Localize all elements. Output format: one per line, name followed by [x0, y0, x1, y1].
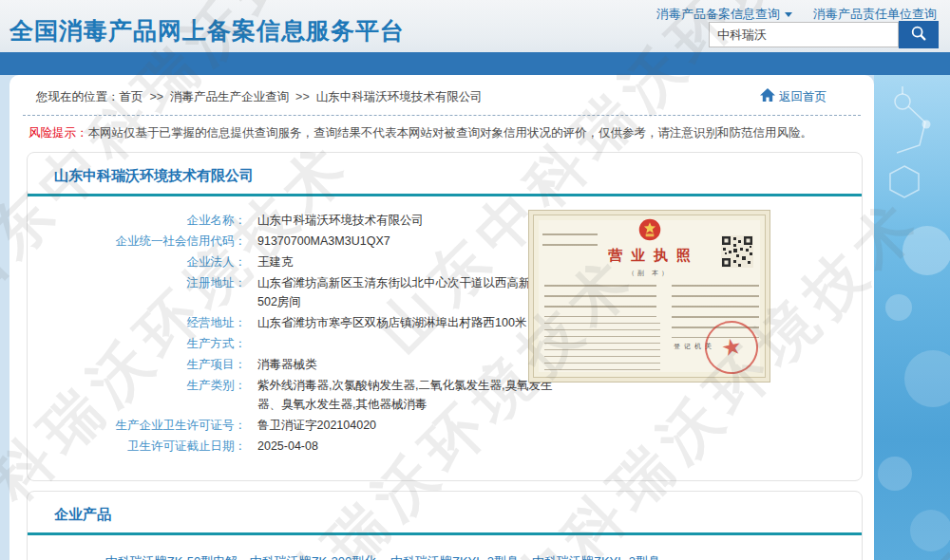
breadcrumb-link-enterprise-query[interactable]: 消毒产品生产企业查询 [170, 89, 289, 105]
site-title: 全国消毒产品网上备案信息服务平台 [10, 15, 405, 47]
field-value: 91370700MA3M3U1QX7 [257, 232, 390, 251]
search-input[interactable] [709, 22, 899, 47]
search-icon [910, 25, 927, 45]
field-label: 生产企业卫生许可证号： [28, 416, 246, 435]
company-title: 山东中科瑞沃环境技术有限公司 [28, 153, 862, 194]
risk-notice-label: 风险提示： [28, 126, 88, 140]
field-row: 生产企业卫生许可证号： 鲁卫消证字202104020 [28, 416, 862, 435]
header: 全国消毒产品网上备案信息服务平台 消毒产品备案信息查询 消毒产品责任单位查询 [0, 0, 950, 52]
products-card: 企业产品 中科瑞沃牌ZK-50型电解法次氯酸钠发生器 中科瑞沃牌ZK-200型化… [27, 491, 863, 560]
field-label: 经营地址： [28, 313, 246, 332]
business-license-image: 营业执照 （副 本） [528, 210, 770, 383]
qr-code-icon [721, 235, 753, 271]
field-label: 企业法人： [28, 252, 246, 271]
breadcrumb-separator: >> [295, 90, 310, 103]
field-label: 生产类别： [28, 376, 246, 414]
license-text-lines [544, 285, 656, 317]
product-link[interactable]: 中科瑞沃牌ZK-200型化学法二氧化氯发生器 [245, 552, 381, 560]
molecule-decoration-icon [874, 547, 950, 560]
field-value: 鲁卫消证字202104020 [257, 416, 376, 435]
field-value: 紫外线消毒器,次氯酸钠发生器,二氧化氯发生器,臭氧发生器、臭氧水发生器,其他器械… [257, 376, 563, 414]
field-label: 生产方式： [28, 334, 246, 353]
breadcrumb: 您现在的位置： 首页 >> 消毒产品生产企业查询 >> 山东中科瑞沃环境技术有限… [23, 75, 861, 116]
header-band [0, 52, 950, 75]
field-label: 生产项目： [28, 355, 246, 374]
field-label: 企业名称： [28, 211, 246, 230]
search-button[interactable] [899, 21, 939, 48]
field-value: 消毒器械类 [257, 355, 317, 374]
product-link[interactable]: 中科瑞沃牌ZKYL-3型臭氧发生器 [387, 552, 522, 560]
page: 全国消毒产品网上备案信息服务平台 消毒产品备案信息查询 消毒产品责任单位查询 [0, 0, 950, 560]
seal-star-icon: ★ [719, 332, 745, 363]
back-home-label: 返回首页 [779, 89, 826, 105]
chevron-down-icon [785, 12, 792, 17]
risk-notice: 风险提示：本网站仅基于已掌握的信息提供查询服务，查询结果不代表本网站对被查询对象… [28, 124, 855, 142]
products-list: 中科瑞沃牌ZK-50型电解法次氯酸钠发生器 中科瑞沃牌ZK-200型化学法二氧化… [28, 535, 862, 560]
field-label: 企业统一社会信用代码： [28, 232, 246, 251]
field-value: 山东省潍坊高新区玉清东街以北中心次干道以西高新大厦502房间 [257, 273, 563, 311]
company-card: 山东中科瑞沃环境技术有限公司 企业名称： 山东中科瑞沃环境技术有限公司 企业统一… [27, 152, 863, 481]
product-link[interactable]: 中科瑞沃牌ZK-50型电解法次氯酸钠发生器 [104, 552, 239, 560]
company-fields: 企业名称： 山东中科瑞沃环境技术有限公司 企业统一社会信用代码： 9137070… [28, 196, 862, 480]
breadcrumb-separator: >> [150, 90, 164, 103]
field-value: 2025-04-08 [257, 437, 318, 456]
right-decoration-panel [874, 75, 950, 560]
field-row: 卫生许可证截止日期： 2025-04-08 [28, 437, 862, 456]
field-value: 王建克 [257, 252, 294, 271]
field-value: 山东省潍坊市寒亭区双杨店镇湖淋埠出村路西100米 [257, 313, 526, 332]
product-link[interactable]: 中科瑞沃牌ZKYL-3型臭氧,紫外线消毒器 [528, 552, 664, 560]
breadcrumb-current: 山东中科瑞沃环境技术有限公司 [316, 89, 483, 105]
license-text-lines [542, 233, 598, 251]
license-text-lines [544, 323, 660, 372]
field-value: 山东中科瑞沃环境技术有限公司 [257, 211, 424, 230]
field-label: 卫生许可证截止日期： [28, 437, 246, 456]
breadcrumb-link-home[interactable]: 首页 [120, 89, 143, 105]
products-title: 企业产品 [28, 492, 862, 532]
search-bar [709, 21, 939, 48]
home-icon [760, 88, 775, 105]
breadcrumb-prefix: 您现在的位置： [36, 89, 120, 105]
back-home-link[interactable]: 返回首页 [760, 88, 855, 105]
national-emblem-icon [637, 217, 662, 245]
main-content: 您现在的位置： 首页 >> 消毒产品生产企业查询 >> 山东中科瑞沃环境技术有限… [10, 75, 874, 560]
risk-notice-text: 本网站仅基于已掌握的信息提供查询服务，查询结果不代表本网站对被查询对象信用状况的… [88, 126, 813, 140]
field-label: 注册地址： [28, 273, 246, 311]
